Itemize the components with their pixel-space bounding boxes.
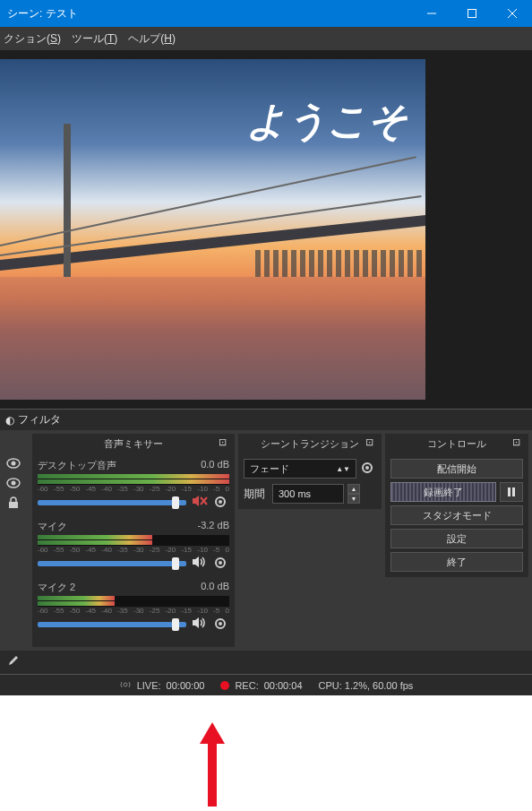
mixer-track-desktop: デスクトップ音声0.0 dB -60-55-50-45-40-35-30-25-… (38, 459, 229, 511)
controls-panel: コントロール ⊡ 配信開始 録画終了 スタジオモード 設定 終了 (385, 434, 528, 577)
window-title: シーン: テスト (7, 6, 411, 22)
svg-point-12 (219, 500, 222, 504)
pause-button[interactable] (500, 482, 523, 502)
track-name: マイク 2 (38, 581, 75, 594)
svg-rect-1 (468, 10, 476, 18)
pin-icon[interactable]: ⊡ (365, 436, 378, 449)
minimize-button[interactable] (411, 0, 451, 27)
exit-button[interactable]: 終了 (390, 552, 523, 572)
svg-point-14 (219, 561, 222, 565)
settings-button[interactable]: 設定 (390, 529, 523, 548)
controls-title: コントロール ⊡ (385, 434, 528, 453)
preview-area[interactable]: ようこそ (0, 50, 532, 409)
meter-ticks: -60-55-50-45-40-35-30-25-20-15-10-50 (38, 485, 229, 493)
vu-meter (38, 596, 229, 607)
preview-canvas: ようこそ (0, 59, 425, 400)
chevron-updown-icon: ▲▼ (336, 465, 350, 473)
menubar: クション(S) ツール(T) ヘルプ(H) (0, 27, 532, 50)
mixer-track-mic2: マイク 20.0 dB -60-55-50-45-40-35-30-25-20-… (38, 581, 229, 633)
transitions-title: シーントランジション ⊡ (238, 434, 382, 453)
studio-mode-button[interactable]: スタジオモード (390, 505, 523, 525)
audio-mixer-panel: 音声ミキサー ⊡ デスクトップ音声0.0 dB -60-55-50-45-40-… (32, 434, 235, 647)
duration-spinner[interactable]: ▲▼ (348, 484, 360, 504)
svg-point-5 (12, 462, 16, 466)
pin-icon[interactable]: ⊡ (512, 436, 525, 449)
track-db: -3.2 dB (198, 520, 229, 533)
rec-time: 00:00:04 (264, 680, 303, 691)
gear-icon[interactable] (360, 461, 376, 477)
filter-icon: ◐ (5, 414, 14, 427)
gear-icon[interactable] (213, 495, 229, 511)
vu-meter (38, 474, 229, 485)
svg-point-18 (365, 466, 369, 470)
meter-ticks: -60-55-50-45-40-35-30-25-20-15-10-50 (38, 546, 229, 554)
maximize-button[interactable] (451, 0, 492, 27)
svg-point-16 (219, 622, 222, 626)
overlay-text: ようこそ (246, 95, 408, 148)
rec-indicator-icon (220, 681, 229, 690)
svg-rect-19 (508, 487, 511, 496)
docks: 音声ミキサー ⊡ デスクトップ音声0.0 dB -60-55-50-45-40-… (0, 430, 532, 651)
speaker-icon[interactable] (192, 556, 208, 572)
gear-icon[interactable] (213, 617, 229, 633)
eye-icon[interactable] (4, 455, 23, 471)
meter-ticks: -60-55-50-45-40-35-30-25-20-15-10-50 (38, 607, 229, 615)
eye-icon[interactable] (4, 475, 23, 491)
menu-action[interactable]: クション(S) (4, 31, 61, 47)
vu-meter (38, 535, 229, 546)
gear-icon[interactable] (213, 556, 229, 572)
live-indicator-icon (119, 680, 132, 691)
svg-point-7 (12, 481, 16, 486)
speaker-muted-icon[interactable] (192, 495, 208, 511)
sources-icons (4, 434, 29, 511)
speaker-icon[interactable] (192, 617, 208, 633)
menu-tools[interactable]: ツール(T) (72, 31, 117, 47)
mixer-track-mic: マイク-3.2 dB -60-55-50-45-40-35-30-25-20-1… (38, 520, 229, 572)
rec-label: REC: (235, 680, 258, 691)
live-time: 00:00:00 (167, 680, 205, 691)
svg-rect-20 (512, 487, 515, 496)
filter-tab[interactable]: フィルタ (18, 412, 61, 427)
filter-bar: ◐ フィルタ (0, 409, 532, 430)
arrow-up-icon (200, 722, 225, 744)
bottom-toolbar (0, 651, 532, 674)
track-db: 0.0 dB (201, 581, 229, 594)
cpu-status: CPU: 1.2%, 60.00 fps (319, 680, 414, 691)
transition-select[interactable]: フェード ▲▼ (244, 459, 356, 479)
stop-record-button[interactable]: 録画終了 (390, 482, 496, 502)
volume-slider[interactable] (38, 622, 186, 627)
transitions-panel: シーントランジション ⊡ フェード ▲▼ 期間 300 ms ▲▼ (238, 434, 382, 509)
track-db: 0.0 dB (201, 459, 229, 472)
volume-slider[interactable] (38, 561, 186, 566)
svg-rect-8 (9, 502, 18, 508)
mixer-title: 音声ミキサー ⊡ (32, 434, 235, 453)
close-button[interactable] (492, 0, 532, 27)
lock-icon[interactable] (4, 495, 23, 511)
duration-input[interactable]: 300 ms (272, 484, 344, 504)
track-name: マイク (38, 520, 67, 533)
svg-point-21 (124, 683, 127, 686)
annotation: 録画中は、赤いランプが点灯する (0, 722, 532, 811)
status-bar: LIVE: 00:00:00 REC: 00:00:04 CPU: 1.2%, … (0, 674, 532, 695)
volume-slider[interactable] (38, 500, 186, 505)
menu-help[interactable]: ヘルプ(H) (128, 31, 176, 47)
pin-icon[interactable]: ⊡ (219, 436, 231, 449)
track-name: デスクトップ音声 (38, 459, 116, 472)
live-label: LIVE: (137, 680, 161, 691)
app-window: シーン: テスト クション(S) ツール(T) ヘルプ(H) ようこそ ◐ フィ… (0, 0, 532, 695)
pencil-icon[interactable] (7, 654, 23, 670)
titlebar: シーン: テスト (0, 0, 532, 27)
start-stream-button[interactable]: 配信開始 (390, 459, 523, 479)
duration-label: 期間 (244, 487, 269, 502)
